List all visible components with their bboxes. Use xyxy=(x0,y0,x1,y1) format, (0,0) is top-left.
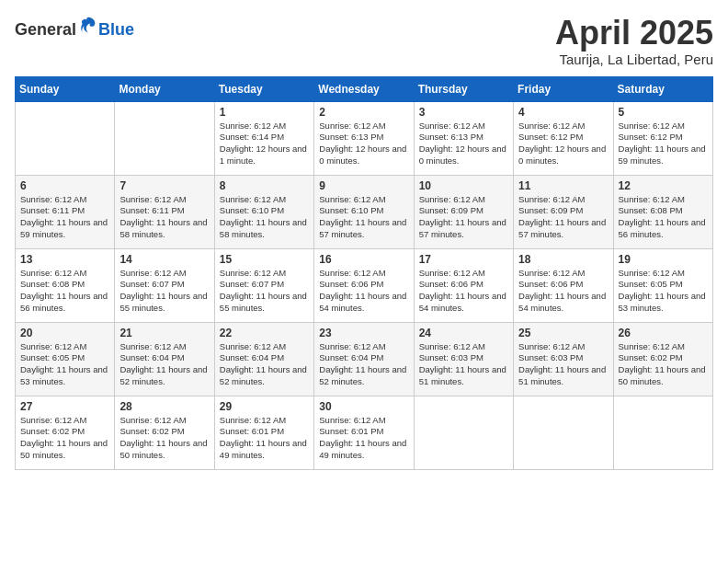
day-number: 22 xyxy=(220,327,309,339)
day-info: Sunrise: 6:12 AM Sunset: 6:13 PM Dayligh… xyxy=(319,121,408,167)
day-info: Sunrise: 6:12 AM Sunset: 6:01 PM Dayligh… xyxy=(319,415,408,462)
weekday-header-thursday: Thursday xyxy=(414,76,513,101)
day-info: Sunrise: 6:12 AM Sunset: 6:07 PM Dayligh… xyxy=(220,268,309,315)
calendar-cell: 5Sunrise: 6:12 AM Sunset: 6:12 PM Daylig… xyxy=(613,101,712,175)
day-info: Sunrise: 6:12 AM Sunset: 6:05 PM Dayligh… xyxy=(20,341,109,388)
page-header: GeneralBlue April 2025 Taurija, La Liber… xyxy=(15,15,713,67)
day-number: 5 xyxy=(619,106,708,119)
day-number: 14 xyxy=(119,253,209,266)
day-number: 2 xyxy=(319,106,408,119)
day-info: Sunrise: 6:12 AM Sunset: 6:05 PM Dayligh… xyxy=(619,268,708,315)
day-info: Sunrise: 6:12 AM Sunset: 6:11 PM Dayligh… xyxy=(119,194,209,241)
day-info: Sunrise: 6:12 AM Sunset: 6:06 PM Dayligh… xyxy=(518,268,608,315)
day-number: 26 xyxy=(619,327,708,339)
calendar-table: SundayMondayTuesdayWednesdayThursdayFrid… xyxy=(15,76,713,470)
calendar-row-3: 13Sunrise: 6:12 AM Sunset: 6:08 PM Dayli… xyxy=(16,248,713,322)
day-info: Sunrise: 6:12 AM Sunset: 6:10 PM Dayligh… xyxy=(319,194,408,241)
calendar-cell: 4Sunrise: 6:12 AM Sunset: 6:12 PM Daylig… xyxy=(514,101,613,175)
logo-general: General xyxy=(15,20,76,39)
day-number: 15 xyxy=(220,253,309,266)
calendar-cell: 23Sunrise: 6:12 AM Sunset: 6:04 PM Dayli… xyxy=(314,322,414,396)
calendar-cell: 20Sunrise: 6:12 AM Sunset: 6:05 PM Dayli… xyxy=(16,322,115,396)
calendar-cell: 14Sunrise: 6:12 AM Sunset: 6:07 PM Dayli… xyxy=(115,248,214,322)
calendar-cell xyxy=(514,396,613,469)
month-year-title: April 2025 xyxy=(555,15,713,52)
day-info: Sunrise: 6:12 AM Sunset: 6:02 PM Dayligh… xyxy=(119,415,209,462)
day-info: Sunrise: 6:12 AM Sunset: 6:14 PM Dayligh… xyxy=(220,121,309,167)
day-number: 28 xyxy=(119,400,209,413)
calendar-cell: 27Sunrise: 6:12 AM Sunset: 6:02 PM Dayli… xyxy=(16,396,115,469)
day-number: 1 xyxy=(220,106,309,119)
calendar-cell: 29Sunrise: 6:12 AM Sunset: 6:01 PM Dayli… xyxy=(214,396,313,469)
calendar-cell: 8Sunrise: 6:12 AM Sunset: 6:10 PM Daylig… xyxy=(214,175,313,248)
calendar-cell: 24Sunrise: 6:12 AM Sunset: 6:03 PM Dayli… xyxy=(414,322,513,396)
day-number: 25 xyxy=(518,327,608,339)
day-info: Sunrise: 6:12 AM Sunset: 6:11 PM Dayligh… xyxy=(20,194,109,241)
day-info: Sunrise: 6:12 AM Sunset: 6:06 PM Dayligh… xyxy=(419,268,508,315)
weekday-header-sunday: Sunday xyxy=(16,76,115,101)
logo-text: GeneralBlue xyxy=(15,15,134,40)
day-info: Sunrise: 6:12 AM Sunset: 6:06 PM Dayligh… xyxy=(319,268,408,315)
day-number: 27 xyxy=(20,400,109,413)
calendar-cell: 7Sunrise: 6:12 AM Sunset: 6:11 PM Daylig… xyxy=(115,175,214,248)
day-number: 10 xyxy=(419,179,508,192)
calendar-row-4: 20Sunrise: 6:12 AM Sunset: 6:05 PM Dayli… xyxy=(16,322,713,396)
logo-blue: Blue xyxy=(98,20,134,39)
weekday-header-tuesday: Tuesday xyxy=(214,76,313,101)
day-info: Sunrise: 6:12 AM Sunset: 6:04 PM Dayligh… xyxy=(319,341,408,388)
day-info: Sunrise: 6:12 AM Sunset: 6:08 PM Dayligh… xyxy=(20,268,109,315)
calendar-body: 1Sunrise: 6:12 AM Sunset: 6:14 PM Daylig… xyxy=(16,101,713,469)
day-number: 13 xyxy=(20,253,109,266)
weekday-header-saturday: Saturday xyxy=(613,76,712,101)
calendar-cell: 13Sunrise: 6:12 AM Sunset: 6:08 PM Dayli… xyxy=(16,248,115,322)
day-info: Sunrise: 6:12 AM Sunset: 6:01 PM Dayligh… xyxy=(220,415,309,462)
calendar-cell xyxy=(115,101,214,175)
calendar-cell xyxy=(613,396,712,469)
weekday-header-monday: Monday xyxy=(115,76,214,101)
calendar-cell: 17Sunrise: 6:12 AM Sunset: 6:06 PM Dayli… xyxy=(414,248,513,322)
calendar-row-5: 27Sunrise: 6:12 AM Sunset: 6:02 PM Dayli… xyxy=(16,396,713,469)
day-number: 18 xyxy=(518,253,608,266)
calendar-cell: 16Sunrise: 6:12 AM Sunset: 6:06 PM Dayli… xyxy=(314,248,414,322)
day-number: 24 xyxy=(419,327,508,339)
calendar-cell: 30Sunrise: 6:12 AM Sunset: 6:01 PM Dayli… xyxy=(314,396,414,469)
calendar-row-1: 1Sunrise: 6:12 AM Sunset: 6:14 PM Daylig… xyxy=(16,101,713,175)
logo: GeneralBlue xyxy=(15,15,134,40)
weekday-header-row: SundayMondayTuesdayWednesdayThursdayFrid… xyxy=(16,76,713,101)
weekday-header-wednesday: Wednesday xyxy=(314,76,414,101)
day-number: 4 xyxy=(518,106,608,119)
day-info: Sunrise: 6:12 AM Sunset: 6:12 PM Dayligh… xyxy=(619,121,708,167)
day-info: Sunrise: 6:12 AM Sunset: 6:08 PM Dayligh… xyxy=(619,194,708,241)
calendar-row-2: 6Sunrise: 6:12 AM Sunset: 6:11 PM Daylig… xyxy=(16,175,713,248)
calendar-cell: 19Sunrise: 6:12 AM Sunset: 6:05 PM Dayli… xyxy=(613,248,712,322)
calendar-cell: 11Sunrise: 6:12 AM Sunset: 6:09 PM Dayli… xyxy=(514,175,613,248)
calendar-cell: 1Sunrise: 6:12 AM Sunset: 6:14 PM Daylig… xyxy=(214,101,313,175)
day-info: Sunrise: 6:12 AM Sunset: 6:04 PM Dayligh… xyxy=(119,341,209,388)
day-number: 8 xyxy=(220,179,309,192)
day-info: Sunrise: 6:12 AM Sunset: 6:04 PM Dayligh… xyxy=(220,341,309,388)
calendar-cell: 3Sunrise: 6:12 AM Sunset: 6:13 PM Daylig… xyxy=(414,101,513,175)
weekday-header-friday: Friday xyxy=(514,76,613,101)
day-number: 19 xyxy=(619,253,708,266)
calendar-cell: 9Sunrise: 6:12 AM Sunset: 6:10 PM Daylig… xyxy=(314,175,414,248)
calendar-cell: 6Sunrise: 6:12 AM Sunset: 6:11 PM Daylig… xyxy=(16,175,115,248)
day-number: 30 xyxy=(319,400,408,413)
calendar-cell: 15Sunrise: 6:12 AM Sunset: 6:07 PM Dayli… xyxy=(214,248,313,322)
day-number: 3 xyxy=(419,106,508,119)
day-number: 29 xyxy=(220,400,309,413)
calendar-cell: 12Sunrise: 6:12 AM Sunset: 6:08 PM Dayli… xyxy=(613,175,712,248)
day-info: Sunrise: 6:12 AM Sunset: 6:10 PM Dayligh… xyxy=(220,194,309,241)
day-info: Sunrise: 6:12 AM Sunset: 6:07 PM Dayligh… xyxy=(119,268,209,315)
calendar-cell: 2Sunrise: 6:12 AM Sunset: 6:13 PM Daylig… xyxy=(314,101,414,175)
day-number: 16 xyxy=(319,253,408,266)
logo-bird-icon xyxy=(78,15,98,35)
day-number: 20 xyxy=(20,327,109,339)
location-subtitle: Taurija, La Libertad, Peru xyxy=(555,52,713,67)
day-number: 23 xyxy=(319,327,408,339)
calendar-cell: 26Sunrise: 6:12 AM Sunset: 6:02 PM Dayli… xyxy=(613,322,712,396)
day-number: 11 xyxy=(518,179,608,192)
day-info: Sunrise: 6:12 AM Sunset: 6:02 PM Dayligh… xyxy=(619,341,708,388)
day-number: 6 xyxy=(20,179,109,192)
day-info: Sunrise: 6:12 AM Sunset: 6:09 PM Dayligh… xyxy=(518,194,608,241)
calendar-cell: 22Sunrise: 6:12 AM Sunset: 6:04 PM Dayli… xyxy=(214,322,313,396)
